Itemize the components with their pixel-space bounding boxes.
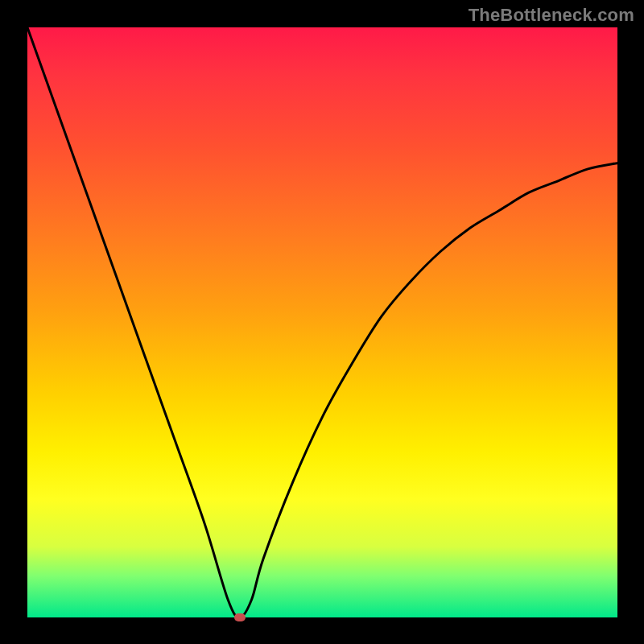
chart-frame: TheBottleneck.com [0, 0, 644, 644]
bottleneck-curve [27, 27, 617, 617]
plot-area [27, 27, 617, 617]
watermark-text: TheBottleneck.com [469, 5, 634, 26]
curve-svg [27, 27, 617, 617]
optimal-marker [234, 613, 246, 621]
